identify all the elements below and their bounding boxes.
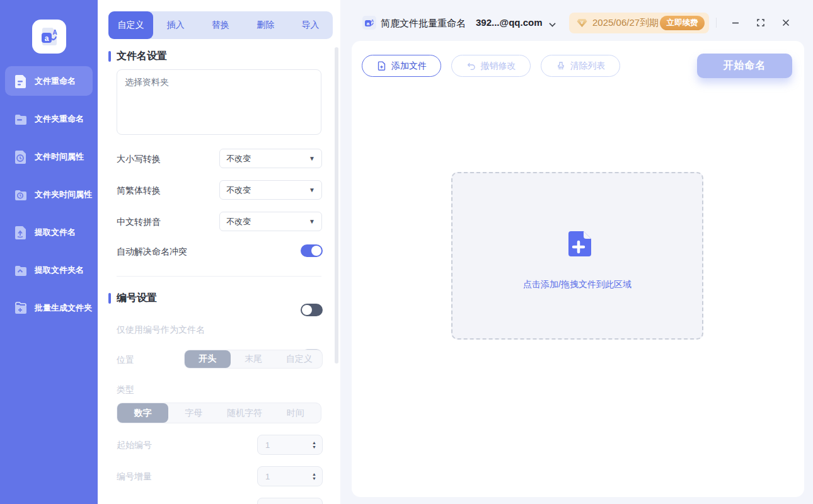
- section-title: 文件名设置: [117, 50, 167, 63]
- tab-delete[interactable]: 删除: [243, 11, 288, 39]
- section-accent-bar: [108, 51, 111, 62]
- clear-brush-icon: [556, 61, 566, 71]
- start-rename-button[interactable]: 开始命名: [697, 54, 792, 78]
- file-plus-icon: [376, 60, 387, 71]
- sidebar: a A 文件重命名 文件夹重命名 文件时间属性: [0, 0, 98, 504]
- sidebar-item-label: 批量生成文件夹: [35, 302, 92, 314]
- position-segmented-control: 开头 末尾 自定义: [184, 350, 323, 369]
- start-number-label: 起始编号: [117, 440, 152, 451]
- sidebar-item-file-rename[interactable]: 文件重命名: [5, 66, 93, 96]
- translate-logo-icon: a A: [38, 26, 60, 47]
- case-convert-select[interactable]: 不改变 ▼: [219, 149, 322, 168]
- folder-time-icon: [13, 187, 28, 202]
- digits-stepper-clipped[interactable]: ▲ ▼: [257, 498, 323, 504]
- stepper-arrows: ▲ ▼: [312, 472, 316, 481]
- tab-insert[interactable]: 插入: [153, 11, 198, 39]
- stepper-down-icon[interactable]: ▼: [312, 476, 316, 481]
- toggle-knob: [311, 246, 321, 256]
- minimize-button[interactable]: [727, 15, 744, 30]
- vip-gem-icon: V: [577, 18, 587, 28]
- tab-replace[interactable]: 替换: [198, 11, 243, 39]
- sidebar-item-label: 文件时间属性: [35, 151, 84, 163]
- pinyin-convert-value: 不改变: [226, 216, 309, 227]
- add-files-button[interactable]: 添加文件: [362, 55, 441, 77]
- sidebar-item-label: 提取文件夹名: [35, 265, 84, 276]
- svg-text:V: V: [580, 20, 584, 25]
- header-divider: [716, 18, 717, 28]
- case-convert-label: 大小写转换: [117, 154, 161, 165]
- section-divider: [117, 276, 321, 277]
- undo-icon: [466, 61, 476, 71]
- tab-custom[interactable]: 自定义: [108, 11, 153, 39]
- only-number-label: 仅使用编号作为文件名: [117, 324, 205, 336]
- sidebar-item-label: 文件夹时间属性: [35, 189, 92, 200]
- svg-text:A: A: [371, 19, 374, 23]
- type-option-random[interactable]: 随机字符: [219, 403, 270, 423]
- undo-changes-label: 撤销修改: [481, 60, 516, 72]
- toggle-knob: [302, 305, 312, 315]
- tab-import[interactable]: 导入: [288, 11, 333, 39]
- sidebar-item-folder-time[interactable]: 文件夹时间属性: [5, 180, 93, 209]
- file-time-icon: [13, 149, 28, 164]
- stepper-down-icon[interactable]: ▼: [312, 445, 316, 449]
- close-button[interactable]: [777, 15, 795, 30]
- position-option-start[interactable]: 开头: [185, 350, 231, 368]
- numbering-master-toggle[interactable]: [301, 304, 323, 316]
- chevron-down-icon: ▼: [309, 218, 315, 225]
- svg-text:a: a: [367, 21, 370, 26]
- settings-panel: 自定义 插入 替换 删除 导入 文件名设置 大小写转换 不改变 ▼ 简繁体转换 …: [98, 0, 340, 504]
- sidebar-item-folder-rename[interactable]: 文件夹重命名: [5, 104, 93, 134]
- increment-input[interactable]: [258, 472, 296, 481]
- stepper-up-icon[interactable]: ▲: [312, 472, 316, 476]
- clear-list-label: 清除列表: [570, 60, 606, 72]
- file-dropzone[interactable]: 点击添加/拖拽文件到此区域: [451, 172, 703, 340]
- sidebar-item-extract-foldername[interactable]: 提取文件夹名: [5, 255, 93, 285]
- position-label: 位置: [117, 355, 134, 366]
- panel-scrollbar[interactable]: [335, 47, 338, 364]
- file-rename-icon: [13, 74, 28, 89]
- chevron-down-icon: ▼: [309, 155, 315, 162]
- minimize-icon: [731, 18, 740, 27]
- filename-section-header: 文件名设置: [108, 50, 167, 62]
- expiry-date: 2025/06/27到期: [592, 17, 659, 29]
- tab-bar: 自定义 插入 替换 删除 导入: [108, 11, 333, 39]
- undo-changes-button[interactable]: 撤销修改: [451, 55, 531, 77]
- svg-text:a: a: [45, 34, 49, 43]
- maximize-button[interactable]: [752, 15, 770, 30]
- pinyin-convert-select[interactable]: 不改变 ▼: [219, 212, 322, 231]
- start-number-input[interactable]: [258, 440, 296, 450]
- position-option-custom[interactable]: 自定义: [276, 350, 322, 368]
- type-option-number[interactable]: 数字: [117, 403, 168, 423]
- account-menu[interactable]: 392...@qq.com: [476, 17, 543, 28]
- file-add-icon: [563, 229, 594, 259]
- file-list-card: 添加文件 撤销修改 清除列表 开始命名 点击添加/拖拽文件到此区域: [352, 41, 804, 497]
- main-pane: a A 简鹿文件批量重命名 392...@qq.com V 2025/06/27…: [340, 0, 813, 504]
- app-window-icon: a A: [362, 16, 376, 30]
- maximize-icon: [756, 18, 765, 27]
- sidebar-item-label: 文件重命名: [35, 76, 76, 87]
- type-option-letter[interactable]: 字母: [168, 403, 219, 423]
- filename-pattern-input[interactable]: [117, 69, 321, 135]
- sidebar-item-batch-create-folder[interactable]: 批量生成文件夹: [5, 293, 93, 323]
- type-segmented-control: 数字 字母 随机字符 时间: [117, 403, 321, 423]
- tradsimp-convert-select[interactable]: 不改变 ▼: [219, 180, 322, 200]
- type-option-time[interactable]: 时间: [270, 403, 321, 423]
- position-option-end[interactable]: 末尾: [231, 350, 277, 368]
- start-number-stepper[interactable]: ▲ ▼: [257, 435, 323, 455]
- folder-rename-icon: [13, 112, 28, 127]
- sidebar-item-label: 文件夹重命名: [35, 113, 84, 125]
- chevron-down-icon: ▼: [309, 186, 315, 193]
- tradsimp-convert-label: 简繁体转换: [117, 185, 161, 197]
- svg-text:A: A: [52, 29, 57, 36]
- stepper-up-icon[interactable]: ▲: [312, 440, 316, 445]
- sidebar-item-file-time[interactable]: 文件时间属性: [5, 142, 93, 171]
- section-title: 编号设置: [117, 292, 157, 305]
- increment-label: 编号增量: [117, 471, 152, 483]
- account-chevron-down-icon[interactable]: [549, 20, 555, 26]
- renew-button[interactable]: 立即续费: [660, 16, 705, 30]
- conflict-toggle[interactable]: [301, 244, 323, 257]
- clear-list-button[interactable]: 清除列表: [541, 55, 620, 77]
- stepper-arrows: ▲ ▼: [312, 440, 316, 449]
- sidebar-item-extract-filename[interactable]: 提取文件名: [5, 217, 93, 247]
- increment-stepper[interactable]: ▲ ▼: [257, 466, 323, 486]
